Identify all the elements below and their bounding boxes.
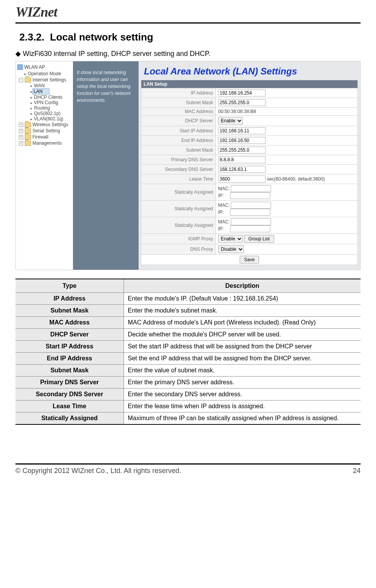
- arrow-icon: ▸: [30, 117, 32, 121]
- input-lease-time[interactable]: [218, 176, 266, 182]
- arrow-icon: ▸: [30, 106, 32, 110]
- desc-text-cell: Maximum of three IP can be statically as…: [124, 412, 361, 425]
- ip-label: IP:: [218, 210, 224, 215]
- nav-item-internet-settings[interactable]: − Internet Settings: [17, 77, 71, 83]
- select-dhcp-server[interactable]: Enable: [218, 117, 243, 125]
- input-static1-mac[interactable]: [231, 185, 271, 192]
- nav-sub-dhcp-clients[interactable]: ▸DHCP Clients: [17, 95, 71, 100]
- select-igmp-proxy[interactable]: Enable: [218, 235, 243, 243]
- desc-type-cell: Secondary DNS Server: [15, 389, 124, 400]
- ip-label: IP:: [218, 226, 224, 231]
- label-static-3: Statically Assigned: [141, 217, 216, 234]
- nav-sub-lan[interactable]: LAN: [32, 88, 49, 95]
- nav-sub-wan[interactable]: ▸WAN: [17, 83, 71, 88]
- section-number: 2.3.2.: [19, 31, 44, 43]
- nav-sub-qos[interactable]: ▸QoS(802.1p): [17, 111, 71, 116]
- wlan-icon: [17, 64, 23, 70]
- desc-text-cell: MAC Address of module's LAN port (Wirele…: [124, 317, 361, 329]
- label-subnet-mask: Subnet Mask: [141, 98, 216, 108]
- input-primary-dns[interactable]: [218, 156, 266, 163]
- mac-label: MAC:: [218, 203, 230, 208]
- arrow-icon: ▸: [30, 101, 32, 105]
- copyright-text: © Copyright 2012 WIZnet Co., Ltd. All ri…: [15, 467, 181, 475]
- desc-type-cell: DHCP Server: [15, 329, 124, 341]
- desc-text-cell: Set the start IP address that will be as…: [124, 341, 361, 353]
- table-row: MAC AddressMAC Address of module's LAN p…: [15, 317, 361, 329]
- table-row: IP AddressEnter the module's IP. (Defaul…: [15, 293, 361, 305]
- label-end-ip: End IP Address: [141, 136, 216, 145]
- desc-text-cell: Set the end IP address that will be assi…: [124, 353, 361, 365]
- nav-sub-vpn-config[interactable]: ▸VPN Config: [17, 100, 71, 105]
- folder-icon: [25, 135, 31, 140]
- nav-root[interactable]: WLAN AP: [17, 64, 71, 71]
- label-static-1: Statically Assigned: [141, 184, 216, 201]
- input-static3-mac[interactable]: [231, 218, 271, 225]
- input-static2-mac[interactable]: [231, 202, 271, 209]
- desc-type-cell: Subnet Mask: [15, 365, 124, 377]
- desc-text-cell: Enter the value of subnet mask.: [124, 365, 361, 377]
- page-number: 24: [353, 467, 361, 475]
- desc-text-cell: Enter the primary DNS server address.: [124, 377, 361, 389]
- expand-icon[interactable]: +: [19, 141, 23, 145]
- arrow-icon: ▸: [30, 84, 32, 88]
- input-subnet-mask[interactable]: [218, 99, 266, 106]
- table-row: Lease TimeEnter the lease time when IP a…: [15, 400, 361, 412]
- lease-time-suffix: sec(60-86400, default:3600): [267, 176, 325, 182]
- value-mac-address: 00:50:38:08:38:B8: [216, 108, 358, 116]
- input-ip-address[interactable]: [218, 90, 266, 96]
- expand-icon[interactable]: +: [19, 123, 23, 127]
- expand-icon[interactable]: +: [19, 135, 23, 139]
- desc-type-cell: IP Address: [15, 293, 124, 305]
- label-static-2: Statically Assigned: [141, 201, 216, 217]
- save-button[interactable]: Save: [240, 256, 259, 264]
- mac-label: MAC:: [218, 186, 230, 191]
- expand-icon[interactable]: +: [19, 129, 23, 133]
- table-row: End IP AddressSet the end IP address tha…: [15, 353, 361, 365]
- mac-label: MAC:: [218, 219, 230, 225]
- folder-icon: [25, 122, 31, 127]
- nav-root-label: WLAN AP: [24, 64, 45, 70]
- select-dns-proxy[interactable]: Disable: [218, 245, 244, 253]
- input-static1-ip[interactable]: [230, 192, 270, 199]
- header-description: Description: [124, 279, 361, 293]
- input-secondary-dns[interactable]: [218, 166, 266, 173]
- label-secondary-dns: Secondary DNS Server: [141, 165, 216, 174]
- arrow-icon: ▸: [30, 95, 32, 100]
- table-row: Subnet MaskEnter the module's subnet mas…: [15, 305, 361, 317]
- input-subnet-mask-2[interactable]: [218, 147, 266, 154]
- label-subnet-mask-2: Subnet Mask: [141, 145, 216, 155]
- desc-type-cell: Primary DNS Server: [15, 377, 124, 389]
- label-igmp-proxy: IGMP Proxy: [141, 234, 216, 244]
- desc-text-cell: Enter the lease time when IP address is …: [124, 400, 361, 412]
- desc-text-cell: Enter the module's IP. (Default Value : …: [124, 293, 361, 305]
- input-static3-ip[interactable]: [230, 225, 270, 232]
- desc-type-cell: Lease Time: [15, 400, 124, 412]
- lan-setup-bar: LAN Setup: [141, 80, 358, 88]
- table-row: DHCP ServerDecide whether the module's D…: [15, 329, 361, 341]
- desc-text-cell: Enter the module's subnet mask.: [124, 305, 361, 317]
- folder-icon: [25, 78, 31, 83]
- nav-folder-managements[interactable]: +Managements: [17, 140, 71, 146]
- collapse-icon[interactable]: −: [19, 78, 23, 82]
- header-type: Type: [15, 279, 124, 293]
- help-text: It show local networking information and…: [77, 70, 131, 103]
- input-static2-ip[interactable]: [230, 209, 270, 216]
- ip-label: IP:: [218, 193, 224, 198]
- input-end-ip[interactable]: [218, 137, 266, 144]
- label-mac-address: MAC Address: [141, 108, 216, 116]
- folder-icon: [25, 128, 31, 133]
- label-primary-dns: Primary DNS Server: [141, 155, 216, 165]
- main-panel: Local Area Network (LAN) Settings LAN Se…: [139, 61, 360, 270]
- group-list-button[interactable]: Group List: [244, 235, 274, 243]
- description-table-wrapper: Type Description IP AddressEnter the mod…: [15, 279, 361, 425]
- desc-type-cell: End IP Address: [15, 353, 124, 365]
- screenshot-panel: WLAN AP ▸ Operation Mode − Internet Sett…: [15, 61, 361, 270]
- desc-type-cell: Statically Assigned: [15, 412, 124, 425]
- label-dns-proxy: DNS Proxy: [141, 244, 216, 255]
- table-row: Primary DNS ServerEnter the primary DNS …: [15, 377, 361, 389]
- table-row: Secondary DNS ServerEnter the secondary …: [15, 389, 361, 400]
- table-row: Statically AssignedMaximum of three IP c…: [15, 412, 361, 425]
- description-table: Type Description IP AddressEnter the mod…: [15, 279, 361, 425]
- nav-sub-routing[interactable]: ▸Routing: [17, 105, 71, 111]
- input-start-ip[interactable]: [218, 127, 266, 134]
